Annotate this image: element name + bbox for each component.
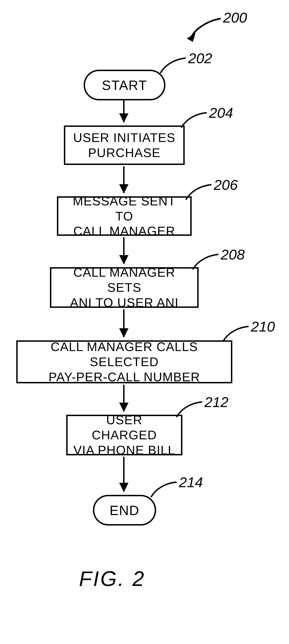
page-ref-number: 200 xyxy=(223,9,247,26)
ref-number-214: 214 xyxy=(179,474,203,490)
step-message-sent: MESSAGE SENT TO CALL MANAGER xyxy=(57,196,192,236)
ref-leader-204 xyxy=(179,112,209,130)
ref-number-212: 212 xyxy=(204,394,228,410)
arrow-s1-s2 xyxy=(123,166,124,193)
step-s4-text: CALL MANAGER CALLS SELECTED PAY-PER-CALL… xyxy=(22,339,226,384)
step-call-ppc-number: CALL MANAGER CALLS SELECTED PAY-PER-CALL… xyxy=(16,340,232,383)
svg-marker-0 xyxy=(187,33,196,42)
ref-leader-202 xyxy=(158,57,188,76)
ref-leader-208 xyxy=(190,253,221,272)
figure-caption: FIG. 2 xyxy=(79,567,146,591)
step-user-charged: USER CHARGED VIA PHONE BILL xyxy=(66,415,182,455)
ref-leader-214 xyxy=(149,481,179,500)
terminator-end: END xyxy=(93,495,156,526)
ref-leader-212 xyxy=(174,401,204,419)
ref-number-208: 208 xyxy=(221,246,245,263)
arrow-s3-s4 xyxy=(123,309,124,337)
ref-leader-210 xyxy=(221,325,251,344)
arrow-s5-end xyxy=(123,457,124,492)
arrow-start-s1 xyxy=(123,99,124,122)
step-user-initiates-purchase: USER INITIATES PURCHASE xyxy=(64,126,185,165)
step-s2-text: MESSAGE SENT TO CALL MANAGER xyxy=(63,194,186,238)
page-ref-swoosh xyxy=(186,16,223,42)
ref-number-204: 204 xyxy=(209,104,233,121)
step-call-manager-sets-ani: CALL MANAGER SETS ANI TO USER ANI xyxy=(50,267,199,308)
ref-number-202: 202 xyxy=(188,50,212,66)
terminator-start-text: START xyxy=(102,77,147,93)
terminator-start: START xyxy=(84,70,166,100)
ref-number-210: 210 xyxy=(251,318,275,335)
step-s1-text: USER INITIATES PURCHASE xyxy=(73,130,176,160)
arrow-s2-s3 xyxy=(123,237,124,264)
arrow-s4-s5 xyxy=(123,385,124,412)
step-s5-text: USER CHARGED VIA PHONE BILL xyxy=(72,412,176,458)
ref-leader-206 xyxy=(184,184,214,202)
ref-number-206: 206 xyxy=(214,176,238,193)
flowchart: 200 START 202 USER INITIATES PURCHASE 20… xyxy=(0,0,289,644)
terminator-end-text: END xyxy=(110,502,140,518)
step-s3-text: CALL MANAGER SETS ANI TO USER ANI xyxy=(56,265,192,310)
